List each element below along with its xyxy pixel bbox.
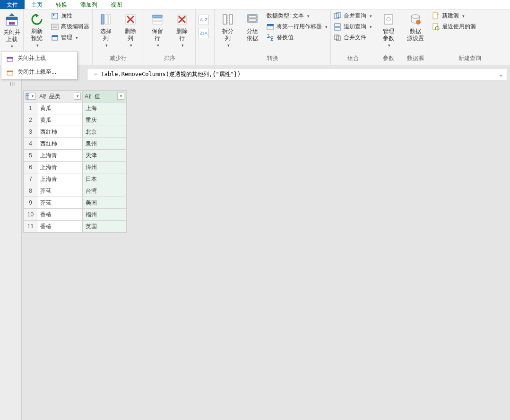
cell-category[interactable]: 黄瓜 bbox=[37, 114, 83, 126]
cell-category[interactable]: 上海青 bbox=[37, 173, 83, 185]
table-row[interactable]: 11香椿英国 bbox=[24, 221, 126, 232]
close-and-load-to-menuitem[interactable]: 关闭并上载至... bbox=[1, 65, 77, 79]
table-row[interactable]: 5上海青天津 bbox=[24, 150, 126, 162]
tab-transform[interactable]: 转换 bbox=[49, 0, 74, 9]
cell-value[interactable]: 重庆 bbox=[83, 114, 126, 126]
formula-input[interactable] bbox=[94, 71, 504, 77]
recent-sources-button[interactable]: 最近使用的源 bbox=[432, 23, 476, 31]
close-load-icon bbox=[4, 12, 20, 28]
cell-value[interactable]: 上海 bbox=[83, 103, 126, 114]
queries-pane-collapsed[interactable]: ☰ bbox=[0, 76, 22, 420]
column-header-category[interactable]: ABC 品类 ▾ bbox=[37, 91, 83, 103]
table-row[interactable]: 2黄瓜重庆 bbox=[24, 114, 126, 126]
cell-value[interactable]: 日本 bbox=[83, 173, 126, 185]
manage-button[interactable]: 管理▾ bbox=[51, 34, 89, 42]
advanced-editor-icon bbox=[51, 23, 59, 31]
close-load-menu-icon bbox=[6, 55, 14, 62]
sort-desc-icon: Z↓A bbox=[200, 31, 207, 35]
column-header-value[interactable]: ABC 值 ▾ bbox=[83, 91, 126, 103]
cell-category[interactable]: 芥蓝 bbox=[37, 197, 83, 209]
svg-rect-1 bbox=[6, 17, 17, 20]
remove-columns-button[interactable]: 删除 列▾ bbox=[120, 11, 141, 49]
group-sort-label: 排序 bbox=[147, 53, 192, 64]
row-number: 2 bbox=[24, 114, 37, 126]
manage-parameters-button[interactable]: 管理 参数▾ bbox=[378, 11, 399, 49]
row-number: 7 bbox=[24, 173, 37, 185]
keep-rows-button[interactable]: 保留 行▾ bbox=[147, 11, 168, 49]
workspace: ▾ ABC 品类 ▾ ABC 值 ▾ 1黄瓜上海2黄瓜重庆3西红柿北京4西红柿泉… bbox=[22, 88, 510, 420]
cell-value[interactable]: 泉州 bbox=[83, 138, 126, 150]
row-number: 6 bbox=[24, 162, 37, 173]
params-icon bbox=[381, 12, 396, 27]
sort-desc-button[interactable]: Z↓A bbox=[199, 28, 209, 38]
svg-rect-9 bbox=[52, 35, 58, 37]
table-menu-dropdown[interactable]: ▾ bbox=[29, 93, 36, 100]
close-and-load-menuitem[interactable]: 关闭并上载 bbox=[1, 51, 77, 65]
cell-category[interactable]: 黄瓜 bbox=[37, 103, 83, 114]
table-row[interactable]: 9芥蓝美国 bbox=[24, 197, 126, 209]
text-type-icon: ABC bbox=[39, 93, 46, 100]
column-filter-dropdown[interactable]: ▾ bbox=[74, 93, 81, 100]
svg-rect-10 bbox=[101, 15, 104, 24]
tab-file[interactable]: 文件 bbox=[0, 0, 25, 9]
cell-category[interactable]: 芥蓝 bbox=[37, 185, 83, 197]
sort-asc-button[interactable]: A↓Z bbox=[199, 15, 209, 25]
cell-value[interactable]: 台湾 bbox=[83, 185, 126, 197]
group-transform-label: 转换 bbox=[217, 53, 328, 64]
remove-rows-button[interactable]: 删除 行▾ bbox=[172, 11, 192, 49]
tab-addcolumn[interactable]: 添加列 bbox=[74, 0, 104, 9]
merge-queries-button[interactable]: 合并查询▾ bbox=[334, 12, 372, 20]
append-queries-button[interactable]: 追加查询▾ bbox=[334, 23, 372, 31]
cell-value[interactable]: 福州 bbox=[83, 209, 126, 221]
svg-rect-38 bbox=[335, 24, 340, 26]
cell-value[interactable]: 英国 bbox=[83, 221, 126, 232]
svg-point-45 bbox=[416, 20, 421, 25]
refresh-icon bbox=[29, 12, 44, 27]
close-load-dropdown: 关闭并上载 关闭并上载至... bbox=[1, 51, 78, 79]
cell-category[interactable]: 西红柿 bbox=[37, 126, 83, 138]
tab-home[interactable]: 主页 bbox=[25, 0, 49, 9]
table-row[interactable]: 7上海青日本 bbox=[24, 173, 126, 185]
choose-columns-button[interactable]: 选择 列▾ bbox=[95, 11, 116, 49]
ribbon-tabs: 文件 主页 转换 添加列 视图 bbox=[0, 0, 510, 9]
row-number: 11 bbox=[24, 221, 37, 232]
data-source-settings-button[interactable]: 数据 源设置 bbox=[405, 11, 426, 42]
table-row[interactable]: 4西红柿泉州 bbox=[24, 138, 126, 150]
table-row[interactable]: 1黄瓜上海 bbox=[24, 103, 126, 114]
cell-category[interactable]: 上海青 bbox=[37, 162, 83, 173]
close-and-load-button[interactable]: 关闭并 上载 ▾ bbox=[3, 11, 20, 50]
table-corner[interactable]: ▾ bbox=[24, 91, 37, 103]
cell-value[interactable]: 北京 bbox=[83, 126, 126, 138]
advanced-editor-button[interactable]: 高级编辑器 bbox=[51, 23, 89, 31]
formula-expand-icon[interactable]: ⌄ bbox=[498, 70, 504, 78]
new-source-button[interactable]: 新建源▾ bbox=[432, 12, 476, 20]
combine-files-button[interactable]: 合并文件 bbox=[334, 34, 372, 42]
table-row[interactable]: 10香椿福州 bbox=[24, 209, 126, 221]
properties-button[interactable]: 属性 bbox=[51, 12, 89, 20]
tab-view[interactable]: 视图 bbox=[104, 0, 129, 9]
data-type-button[interactable]: 数据类型: 文本▾ bbox=[267, 12, 328, 20]
cell-category[interactable]: 西红柿 bbox=[37, 138, 83, 150]
first-row-headers-button[interactable]: 将第一行用作标题▾ bbox=[267, 23, 328, 31]
table-row[interactable]: 3西红柿北京 bbox=[24, 126, 126, 138]
row-number: 1 bbox=[24, 103, 37, 114]
cell-value[interactable]: 漳州 bbox=[83, 162, 126, 173]
cell-category[interactable]: 上海青 bbox=[37, 150, 83, 162]
replace-values-button[interactable]: 12替换值 bbox=[267, 34, 328, 42]
svg-rect-27 bbox=[229, 15, 233, 24]
row-number: 9 bbox=[24, 197, 37, 209]
group-by-button[interactable]: 分组 依据 bbox=[242, 11, 263, 42]
svg-text:C: C bbox=[89, 94, 91, 100]
split-column-button[interactable]: 拆分 列▾ bbox=[217, 11, 238, 49]
cell-category[interactable]: 香椿 bbox=[37, 209, 83, 221]
svg-rect-52 bbox=[7, 71, 13, 72]
cell-category[interactable]: 香椿 bbox=[37, 221, 83, 232]
column-filter-dropdown[interactable]: ▾ bbox=[117, 93, 124, 100]
cell-value[interactable]: 美国 bbox=[83, 197, 126, 209]
refresh-preview-button[interactable]: 刷新 预览▾ bbox=[26, 11, 47, 49]
table-row[interactable]: 8芥蓝台湾 bbox=[24, 185, 126, 197]
split-column-icon bbox=[220, 12, 235, 27]
cell-value[interactable]: 天津 bbox=[83, 150, 126, 162]
table-row[interactable]: 6上海青漳州 bbox=[24, 162, 126, 173]
choose-columns-icon bbox=[98, 12, 113, 27]
